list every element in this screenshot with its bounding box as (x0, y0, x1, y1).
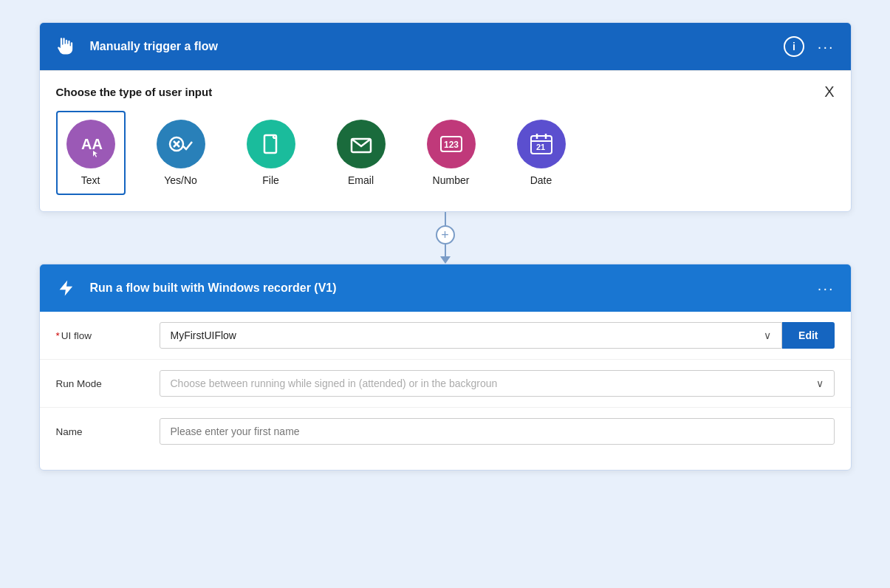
run-mode-row: Run Mode Choose between running while si… (40, 360, 851, 408)
yesno-icon-circle (157, 120, 205, 168)
input-type-options: AA Text (56, 111, 835, 195)
option-file[interactable]: File (236, 111, 306, 195)
text-icon-circle: AA (66, 120, 115, 168)
trigger-more-button[interactable]: ··· (815, 37, 838, 57)
name-input[interactable] (160, 418, 835, 445)
required-star: * (56, 330, 60, 341)
input-type-title: Choose the type of user input (56, 86, 213, 98)
name-row: Name (40, 408, 851, 455)
run-flow-card-header: Run a flow built with Windows recorder (… (40, 264, 851, 312)
date-icon-circle: 21 (517, 120, 566, 168)
run-flow-more-button[interactable]: ··· (815, 278, 838, 298)
trigger-card-title: Manually trigger a flow (90, 40, 773, 53)
yesno-option-label: Yes/No (164, 174, 197, 186)
run-flow-card: Run a flow built with Windows recorder (… (39, 264, 852, 471)
email-icon-circle (337, 120, 386, 168)
run-flow-card-title: Run a flow built with Windows recorder (… (90, 281, 804, 295)
ui-flow-select[interactable]: MyFirstUIFlow ∨ (160, 322, 783, 349)
ui-flow-chevron-icon: ∨ (764, 329, 771, 341)
input-type-section: Choose the type of user input X AA Text (40, 70, 851, 211)
ui-flow-value: MyFirstUIFlow (171, 329, 236, 341)
step-connector: + (436, 212, 455, 264)
number-icon-circle: 123 (427, 120, 476, 168)
svg-text:21: 21 (536, 143, 545, 151)
option-date[interactable]: 21 Date (507, 111, 576, 195)
add-step-button[interactable]: + (436, 225, 455, 245)
option-text[interactable]: AA Text (56, 111, 126, 195)
svg-text:AA: AA (81, 136, 103, 152)
connector-arrow (440, 256, 451, 264)
text-option-label: Text (81, 174, 100, 186)
info-button[interactable]: i (784, 36, 804, 57)
name-control (160, 418, 835, 445)
option-number[interactable]: 123 Number (417, 111, 486, 195)
flow-container: Manually trigger a flow i ··· Choose the… (39, 22, 852, 471)
option-yesno[interactable]: Yes/No (146, 111, 216, 195)
connector-line-top (445, 212, 446, 225)
connector-line-bottom (445, 245, 446, 256)
option-email[interactable]: Email (326, 111, 396, 195)
run-mode-control: Choose between running while signed in (… (160, 370, 835, 397)
edit-button[interactable]: Edit (782, 322, 834, 349)
run-flow-body: *UI flow MyFirstUIFlow ∨ Edit Run Mode C… (40, 312, 851, 470)
name-label: Name (56, 426, 145, 437)
input-type-title-row: Choose the type of user input X (56, 84, 835, 99)
close-button[interactable]: X (824, 84, 834, 99)
email-option-label: Email (348, 174, 374, 186)
ui-flow-control: MyFirstUIFlow ∨ Edit (160, 322, 835, 349)
trigger-card: Manually trigger a flow i ··· Choose the… (39, 22, 852, 212)
trigger-icon (53, 33, 80, 60)
run-mode-placeholder: Choose between running while signed in (… (171, 377, 498, 389)
date-option-label: Date (530, 174, 552, 186)
number-option-label: Number (433, 174, 470, 186)
svg-text:123: 123 (444, 140, 459, 150)
run-flow-header-actions: ··· (815, 278, 838, 298)
ui-flow-label: *UI flow (56, 330, 145, 341)
trigger-header-actions: i ··· (784, 36, 838, 57)
file-icon-circle (247, 120, 295, 168)
trigger-card-header: Manually trigger a flow i ··· (40, 23, 851, 70)
run-mode-select[interactable]: Choose between running while signed in (… (160, 370, 835, 397)
run-flow-icon (53, 275, 80, 301)
file-option-label: File (262, 174, 279, 186)
ui-flow-row: *UI flow MyFirstUIFlow ∨ Edit (40, 312, 851, 360)
run-mode-chevron-icon: ∨ (816, 377, 824, 389)
run-mode-label: Run Mode (56, 378, 145, 389)
